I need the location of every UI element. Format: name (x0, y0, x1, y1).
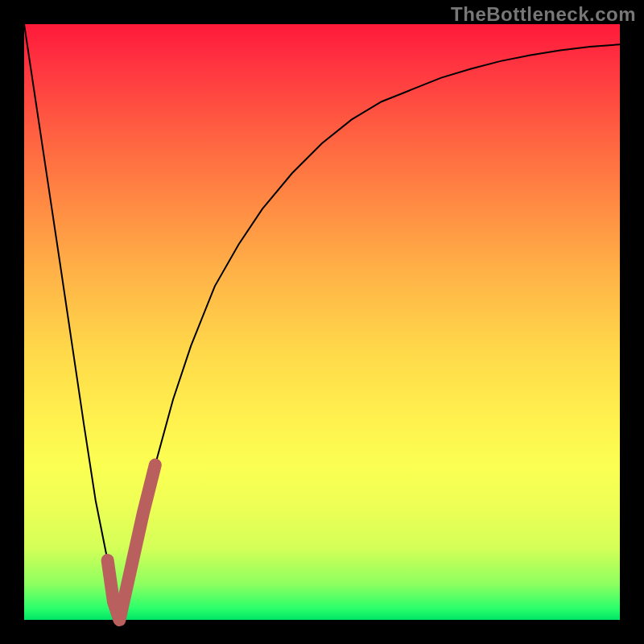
main-curve-path (24, 24, 620, 620)
plot-area (24, 24, 620, 620)
chart-svg (24, 24, 620, 620)
highlight-segment-path (108, 465, 155, 620)
watermark-text: TheBottleneck.com (451, 3, 636, 26)
chart-frame: TheBottleneck.com (0, 0, 644, 644)
